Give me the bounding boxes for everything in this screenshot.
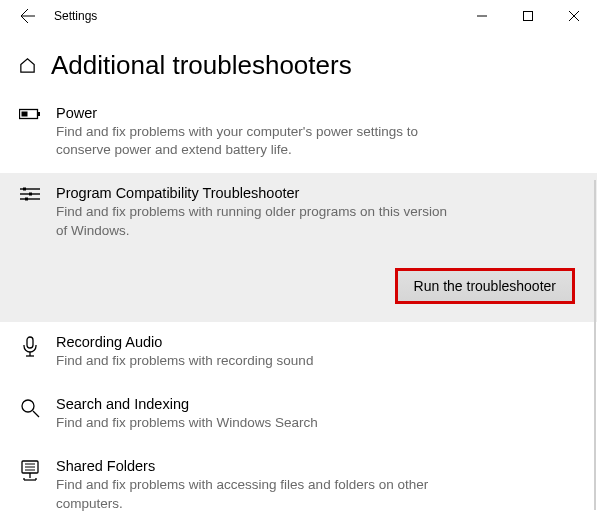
- window-title: Settings: [54, 9, 97, 23]
- troubleshooter-item-shared-folders[interactable]: Shared Folders Find and fix problems wit…: [0, 446, 597, 517]
- item-title: Recording Audio: [56, 334, 579, 350]
- titlebar: Settings: [0, 0, 597, 32]
- item-desc: Find and fix problems with running older…: [56, 203, 456, 239]
- arrow-left-icon: [20, 8, 36, 24]
- scrollbar[interactable]: [594, 180, 596, 510]
- home-button[interactable]: [18, 56, 37, 75]
- svg-rect-2: [38, 112, 40, 116]
- troubleshooter-list: Power Find and fix problems with your co…: [0, 93, 597, 517]
- troubleshooter-item-search-indexing[interactable]: Search and Indexing Find and fix problem…: [0, 384, 597, 446]
- item-desc: Find and fix problems with accessing fil…: [56, 476, 456, 512]
- svg-rect-3: [22, 112, 28, 117]
- svg-rect-12: [25, 198, 28, 201]
- item-desc: Find and fix problems with recording sou…: [56, 352, 456, 370]
- item-desc: Find and fix problems with Windows Searc…: [56, 414, 456, 432]
- window-controls: [459, 0, 597, 32]
- home-icon: [18, 56, 37, 75]
- back-button[interactable]: [8, 0, 48, 32]
- svg-rect-0: [524, 12, 533, 21]
- maximize-icon: [523, 11, 533, 21]
- page-header: Additional troubleshooters: [0, 32, 597, 93]
- svg-line-17: [33, 411, 39, 417]
- item-title: Power: [56, 105, 579, 121]
- shared-folders-icon: [18, 458, 42, 512]
- minimize-button[interactable]: [459, 0, 505, 32]
- run-troubleshooter-button[interactable]: Run the troubleshooter: [395, 268, 575, 304]
- troubleshooter-item-power[interactable]: Power Find and fix problems with your co…: [0, 93, 597, 173]
- svg-rect-13: [27, 337, 33, 348]
- svg-rect-10: [23, 188, 26, 191]
- search-icon: [18, 396, 42, 432]
- item-title: Shared Folders: [56, 458, 579, 474]
- item-title: Search and Indexing: [56, 396, 579, 412]
- troubleshooter-item-program-compatibility[interactable]: Program Compatibility Troubleshooter Fin…: [0, 173, 597, 321]
- item-desc: Find and fix problems with your computer…: [56, 123, 456, 159]
- item-title: Program Compatibility Troubleshooter: [56, 185, 579, 201]
- close-icon: [569, 11, 579, 21]
- maximize-button[interactable]: [505, 0, 551, 32]
- svg-point-16: [22, 400, 34, 412]
- power-icon: [18, 105, 42, 159]
- microphone-icon: [18, 334, 42, 370]
- svg-rect-11: [29, 193, 32, 196]
- compatibility-icon: [18, 185, 42, 303]
- troubleshooter-item-recording-audio[interactable]: Recording Audio Find and fix problems wi…: [0, 322, 597, 384]
- minimize-icon: [477, 11, 487, 21]
- page-title: Additional troubleshooters: [51, 50, 352, 81]
- close-button[interactable]: [551, 0, 597, 32]
